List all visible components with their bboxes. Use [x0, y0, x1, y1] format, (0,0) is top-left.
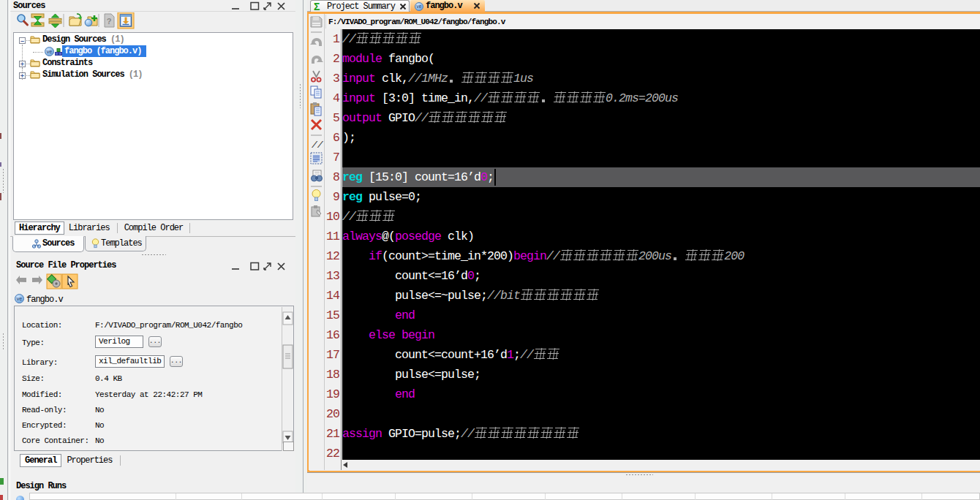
svg-text:ve: ve [47, 49, 53, 54]
svg-text:?: ? [107, 17, 112, 26]
svg-text://: // [312, 140, 324, 151]
svg-text:ve: ve [17, 296, 23, 301]
svg-text:ve: ve [417, 4, 422, 9]
